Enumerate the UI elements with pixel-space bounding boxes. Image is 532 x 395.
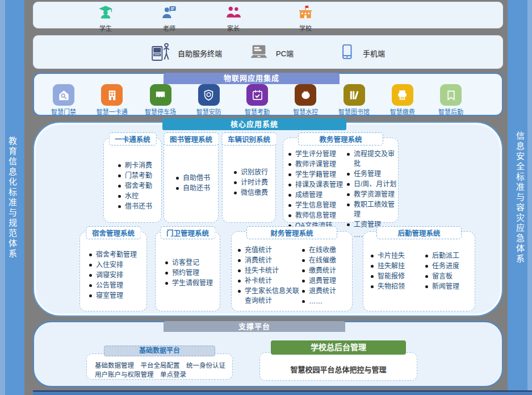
list-item: 入住安排 bbox=[89, 260, 146, 270]
water-jar-icon bbox=[295, 84, 316, 106]
iot-item-library: 智慧图书馆 bbox=[332, 84, 376, 116]
list-item: 成绩管理 bbox=[288, 190, 346, 200]
iot-item-parking: 智慧停车场 bbox=[139, 84, 183, 116]
list-item: 计时计费 bbox=[233, 178, 275, 188]
base-platform-line2: 用户账户与权限管理 单点登录 bbox=[95, 370, 232, 379]
support-panel: 支撑平台 基础数据平台 基础数据管理 平台全局配置 统一身份认证 用户账户与权限… bbox=[33, 321, 503, 387]
user-item-parents: 家长 bbox=[215, 5, 252, 32]
books-icon bbox=[344, 84, 365, 106]
list-item: 学生请假管理 bbox=[165, 278, 220, 288]
iot-item-door-access: 智慧门禁 bbox=[41, 84, 86, 116]
list-item: 学生学籍管理 bbox=[288, 170, 346, 180]
list-item: 缴费统计 bbox=[301, 266, 349, 276]
banner-icon bbox=[440, 84, 462, 106]
list-item: 宿舍考勤 bbox=[118, 181, 161, 191]
list-item: 补卡统计 bbox=[237, 276, 301, 286]
list-item: 教师信息管理 bbox=[288, 211, 346, 221]
system-box-title: 图书管理系统 bbox=[164, 132, 219, 145]
payment-icon bbox=[392, 84, 413, 106]
system-box-list: 宿舍考勤管理 入住安排 调寝安排 公告管理 寝室管理 bbox=[80, 232, 146, 301]
system-box-title: 宿舍管理系统 bbox=[86, 226, 141, 239]
left-sidebar-label: 教育信息化标准与规范体系 bbox=[6, 136, 18, 259]
system-box-list: 刷卡消费 门禁考勤 宿舍考勤 水控 借书还书 bbox=[104, 138, 161, 211]
iot-label: 智慧一卡通 bbox=[90, 107, 134, 116]
system-box-title: 门卫管理系统 bbox=[160, 226, 215, 239]
list-item: 调寝安排 bbox=[89, 271, 146, 280]
list-item: 在线收缴 bbox=[301, 246, 349, 255]
list-item: 卡片挂失 bbox=[370, 251, 425, 261]
list-item: 预约管理 bbox=[165, 268, 220, 278]
terminal-label: 手机端 bbox=[363, 48, 385, 59]
list-item: …… bbox=[301, 297, 349, 306]
iot-label: 智慧安防 bbox=[187, 107, 231, 116]
door-access-icon bbox=[53, 84, 74, 106]
system-box-list: 卡片挂失 挂失解挂 智能报修 失物招领 bbox=[370, 251, 425, 292]
iot-item-onecard: 智慧一卡通 bbox=[90, 84, 134, 116]
system-box-library: 图书管理系统 自助借书 自助还书 bbox=[164, 138, 219, 223]
system-box-finance: 财务管理系统 充值统计 消费统计 挂失卡统计 补卡统计 学生家长信息关联查询统计… bbox=[231, 231, 353, 311]
system-box-title: 后勤管理系统 bbox=[376, 226, 462, 239]
user-item-school: 学校 bbox=[287, 5, 324, 32]
system-box-list: 充值统计 消费统计 挂失卡统计 补卡统计 学生家长信息关联查询统计 bbox=[237, 246, 301, 307]
base-platform-box: 基础数据管理 平台全局配置 统一身份认证 用户账户与权限管理 单点登录 bbox=[86, 354, 233, 380]
list-item: 后勤派工 bbox=[425, 251, 472, 261]
list-item: 借书还书 bbox=[118, 202, 161, 211]
iot-items-row: 智慧门禁 智慧一卡通 智慧停车场 智慧安防 bbox=[34, 84, 504, 116]
iot-item-logistics: 智慧后勤 bbox=[429, 84, 473, 116]
list-item: 充值统计 bbox=[237, 246, 301, 255]
terminals-panel: 自助服务终端 PC端 手机端 bbox=[33, 35, 503, 69]
parents-icon bbox=[225, 13, 241, 22]
system-box-list: 识别放行 计时计费 微信缴费 bbox=[223, 138, 275, 198]
iot-title-bar: 物联网应用集成 bbox=[164, 73, 340, 84]
list-item: 任务进度 bbox=[425, 261, 472, 271]
list-item: 门禁考勤 bbox=[118, 171, 161, 181]
user-label: 家长 bbox=[215, 23, 252, 32]
calendar-check-icon bbox=[246, 84, 268, 106]
list-item: 学生家长信息关联查询统计 bbox=[237, 286, 301, 306]
laptop-icon bbox=[249, 42, 269, 64]
system-box-list: 访客登记 预约管理 学生请假管理 bbox=[156, 232, 220, 288]
terminal-item-pc: PC端 bbox=[249, 42, 294, 64]
list-item: 智能报修 bbox=[370, 272, 425, 281]
system-box-gate: 门卫管理系统 访客登记 预约管理 学生请假管理 bbox=[155, 231, 220, 311]
iot-item-security: 智慧安防 bbox=[187, 84, 231, 116]
list-item: 寝室管理 bbox=[89, 291, 146, 301]
right-sidebar: 信息安全标准与容灾应急体系 bbox=[508, 0, 532, 395]
list-item: 教学资源管理 bbox=[346, 190, 398, 199]
core-title-bar: 核心应用系统 bbox=[162, 118, 346, 130]
base-platform-line1: 基础数据管理 平台全局配置 统一身份认证 bbox=[95, 361, 232, 370]
user-item-teacher: 老师 bbox=[151, 5, 187, 32]
system-box-vehicle: 车辆识别系统 识别放行 计时计费 微信缴费 bbox=[222, 138, 276, 223]
student-icon bbox=[98, 13, 114, 22]
iot-label: 智慧考勤 bbox=[235, 107, 279, 116]
core-panel: 核心应用系统 一卡通系统 刷卡消费 门禁考勤 宿舍考勤 水控 借书还书 图书管理… bbox=[33, 122, 503, 317]
school-icon bbox=[298, 13, 313, 22]
list-item: 挂失解挂 bbox=[370, 261, 425, 271]
system-box-title: 一卡通系统 bbox=[108, 132, 157, 145]
user-label: 学生 bbox=[87, 23, 124, 32]
system-box-dormitory: 宿舍管理系统 宿舍考勤管理 入住安排 调寝安排 公告管理 寝室管理 bbox=[79, 231, 147, 311]
list-item: 识别放行 bbox=[233, 168, 275, 177]
iot-label: 智慧停车场 bbox=[139, 107, 183, 116]
shield-icon bbox=[198, 84, 220, 106]
left-sidebar: 教育信息化标准与规范体系 bbox=[0, 0, 24, 395]
list-item: 流程提交及审批 bbox=[346, 149, 398, 169]
phone-icon bbox=[338, 43, 355, 63]
system-box-title: 财务管理系统 bbox=[246, 226, 337, 239]
parking-ticket-icon bbox=[150, 84, 171, 106]
iot-item-water: 智慧水控 bbox=[283, 84, 328, 116]
iot-panel: 物联网应用集成 智慧门禁 智慧一卡通 智慧停车场 bbox=[33, 73, 503, 116]
backend-content: 智慧校园平台总体把控与管理 bbox=[290, 359, 386, 375]
list-item: 教师评课管理 bbox=[288, 160, 346, 169]
iot-item-attendance: 智慧考勤 bbox=[235, 84, 279, 116]
base-platform-title: 基础数据平台 bbox=[104, 346, 215, 356]
iot-label: 智慧图书馆 bbox=[332, 107, 376, 116]
terminal-label: PC端 bbox=[276, 48, 294, 59]
system-box-logistics: 后勤管理系统 卡片挂失 挂失解挂 智能报修 失物招领 后勤派工 任务进度 留言板… bbox=[363, 231, 475, 311]
list-item: 新闻管理 bbox=[425, 282, 472, 292]
smart-campus-architecture-diagram: 教育信息化标准与规范体系 信息安全标准与容灾应急体系 学生 老师 家长 bbox=[0, 0, 532, 395]
list-item: 微信缴费 bbox=[233, 188, 275, 198]
list-item: 水控 bbox=[118, 192, 161, 201]
list-item: 公告管理 bbox=[89, 281, 146, 290]
iot-label: 智慧门禁 bbox=[41, 107, 86, 116]
